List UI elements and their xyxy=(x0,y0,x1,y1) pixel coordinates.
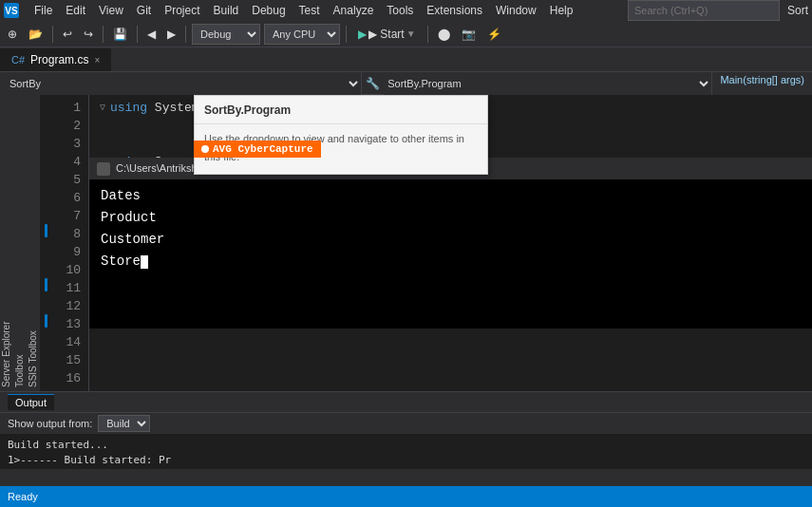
sep3 xyxy=(137,26,138,43)
menu-file[interactable]: File xyxy=(28,2,58,19)
gutter-mark-7 xyxy=(40,203,51,221)
menu-window[interactable]: Window xyxy=(490,2,542,19)
gutter-mark-15 xyxy=(40,347,51,366)
status-ready: Ready xyxy=(8,491,38,502)
code-nav-left[interactable]: SortBy xyxy=(0,72,362,95)
cursor xyxy=(141,255,148,269)
line-num-12: 12 xyxy=(59,297,81,315)
tab-filename: Program.cs xyxy=(30,53,88,66)
line-num-11: 11 xyxy=(59,279,81,297)
line-num-15: 15 xyxy=(59,351,81,369)
code-nav-bar: SortBy 🔧 SortBy.Program Main(string[] ar… xyxy=(0,72,812,95)
line-numbers: 1 2 3 4 5 6 7 8 9 10 11 12 13 14 15 16 xyxy=(51,95,89,391)
line-num-3: 3 xyxy=(59,135,81,153)
new-btn[interactable]: ⊕ xyxy=(4,26,21,43)
gutter-mark-2 xyxy=(40,113,51,131)
line-num-6: 6 xyxy=(59,189,81,207)
side-panel: Server Explorer xyxy=(0,95,13,391)
line-num-7: 7 xyxy=(59,207,81,225)
menu-build[interactable]: Build xyxy=(208,2,245,19)
menu-bar: VS File Edit View Git Project Build Debu… xyxy=(0,0,812,21)
code-line-15[interactable] xyxy=(97,351,804,369)
console-window: C:\Users\Antriksh\source\repos\SortBy\bi… xyxy=(89,158,812,329)
menu-help[interactable]: Help xyxy=(544,2,579,19)
program-cs-tab[interactable]: C# Program.cs × xyxy=(0,48,112,71)
back-btn[interactable]: ◀ xyxy=(143,26,160,43)
output-line-2: 1>------ Build started: Pr xyxy=(8,453,804,468)
line-num-13: 13 xyxy=(59,315,81,333)
gutter-mark-11 xyxy=(40,275,51,293)
gutter-mark-10 xyxy=(40,257,51,275)
output-panel: Output Show output from: Build Build sta… xyxy=(0,391,812,469)
console-dates[interactable]: Dates xyxy=(101,185,801,207)
code-line-14[interactable] xyxy=(97,333,804,351)
code-line-16[interactable] xyxy=(97,369,804,387)
gutter-mark-16 xyxy=(40,366,51,384)
gutter-mark-6 xyxy=(40,185,51,203)
fwd-btn[interactable]: ▶ xyxy=(163,26,179,43)
line-num-2: 2 xyxy=(59,117,81,135)
menu-analyze[interactable]: Analyze xyxy=(328,2,380,19)
menu-git[interactable]: Git xyxy=(131,2,157,19)
avg-label: AVG CyberCapture xyxy=(213,141,313,159)
console-customer[interactable]: Customer xyxy=(101,229,801,251)
output-from-dropdown[interactable]: Build xyxy=(98,415,150,432)
menu-debug[interactable]: Debug xyxy=(246,2,291,19)
redo-btn[interactable]: ↪ xyxy=(80,26,97,43)
line-num-10: 10 xyxy=(59,261,81,279)
status-bar: Ready xyxy=(0,486,812,507)
output-tab[interactable]: Output xyxy=(8,394,54,410)
menu-test[interactable]: Test xyxy=(293,2,326,19)
perf-btn[interactable]: ⚡ xyxy=(483,26,505,43)
sep5 xyxy=(346,26,347,43)
menu-extensions[interactable]: Extensions xyxy=(421,2,488,19)
save-btn[interactable]: 💾 xyxy=(109,26,131,43)
gutter-mark-8 xyxy=(40,221,51,239)
code-lines: ▽ using System; using S using S xyxy=(89,95,812,391)
menu-project[interactable]: Project xyxy=(159,2,205,19)
ssis-label[interactable]: SSIS Toolbox xyxy=(27,95,40,391)
code-nav-right: Main(string[] args) xyxy=(711,72,812,95)
tab-close-btn[interactable]: × xyxy=(94,55,100,66)
output-tabs: Output xyxy=(0,392,812,413)
tooltip-popup: SortBy.Program Use the dropdown to view … xyxy=(194,95,488,175)
tooltip-header: SortBy.Program xyxy=(195,96,487,124)
menu-view[interactable]: View xyxy=(93,2,129,19)
gutter-mark-12 xyxy=(40,293,51,311)
code-nav-middle[interactable]: SortBy.Program xyxy=(384,72,711,95)
show-output-from-label: Show output from: xyxy=(8,418,92,429)
line-num-16: 16 xyxy=(59,369,81,387)
console-product[interactable]: Product xyxy=(101,207,801,229)
toolbox-label[interactable]: Toolbox xyxy=(13,95,27,391)
gutter xyxy=(40,95,51,391)
screenshot-btn[interactable]: 📷 xyxy=(458,26,480,43)
avg-bar[interactable]: AVG CyberCapture xyxy=(194,141,321,158)
open-btn[interactable]: 📂 xyxy=(25,26,47,43)
avg-dot-icon xyxy=(201,145,209,153)
toolbar: ⊕ 📂 ↩ ↪ 💾 ◀ ▶ Debug Any CPU ▶ ▶ Start ▼ … xyxy=(0,21,812,47)
collapse-1[interactable]: ▽ xyxy=(97,99,108,117)
undo-btn[interactable]: ↩ xyxy=(59,26,76,43)
sep6 xyxy=(427,26,428,43)
server-explorer-label[interactable]: Server Explorer xyxy=(0,95,13,391)
start-button[interactable]: ▶ ▶ Start ▼ xyxy=(352,26,422,43)
toolbox-panel: Toolbox xyxy=(13,95,27,391)
platform-dropdown[interactable]: Any CPU xyxy=(264,24,340,45)
gutter-mark-3 xyxy=(40,131,51,149)
line-num-5: 5 xyxy=(59,171,81,189)
console-icon xyxy=(97,162,110,176)
config-dropdown[interactable]: Debug xyxy=(192,24,260,45)
line-num-8: 8 xyxy=(59,225,81,243)
gutter-mark-13 xyxy=(40,311,51,329)
menu-edit[interactable]: Edit xyxy=(60,2,91,19)
line-num-4: 4 xyxy=(59,153,81,171)
search-input[interactable] xyxy=(628,0,780,21)
menu-tools[interactable]: Tools xyxy=(381,2,419,19)
gutter-mark-9 xyxy=(40,239,51,257)
code-content: 1 2 3 4 5 6 7 8 9 10 11 12 13 14 15 16 xyxy=(40,95,812,391)
breakpoint-btn[interactable]: ⬤ xyxy=(434,26,454,43)
output-from-bar: Show output from: Build xyxy=(0,413,812,434)
console-store[interactable]: Store xyxy=(101,251,801,272)
sort-label: Sort xyxy=(787,4,808,17)
editor-area: 1 2 3 4 5 6 7 8 9 10 11 12 13 14 15 16 xyxy=(40,95,812,391)
